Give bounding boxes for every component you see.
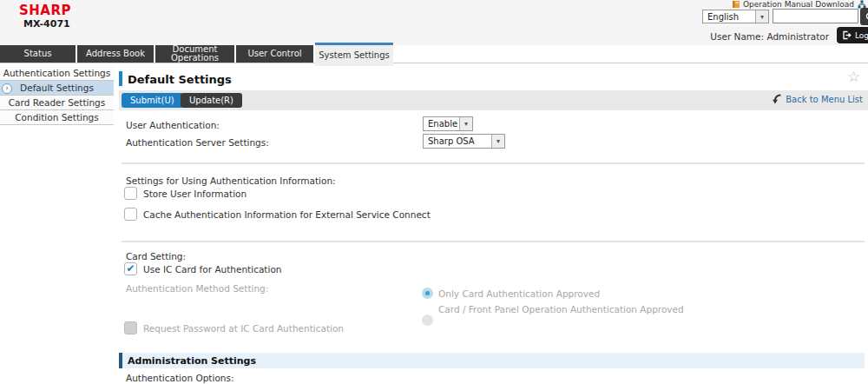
tab-system-settings[interactable]: System Settings	[315, 43, 393, 66]
admin-settings-heading: Administration Settings	[128, 355, 256, 367]
model-name: MX-4071	[23, 18, 70, 30]
card-front-panel-label: Card / Front Panel Operation Authenticat…	[438, 304, 684, 314]
sharp-logo: SHARP	[19, 3, 71, 18]
chevron-down-icon: ▾	[491, 135, 504, 148]
logout-icon	[842, 30, 852, 40]
auth-info-heading: Settings for Using Authentication Inform…	[126, 175, 336, 186]
operation-manual-label: Operation Manual Download	[743, 0, 854, 9]
chevron-down-icon: ▾	[755, 10, 768, 23]
user-authentication-value: Enable	[424, 119, 459, 129]
cache-auth-info-checkbox[interactable]	[124, 208, 137, 221]
sidebar-item-label: Condition Settings	[15, 112, 99, 122]
sidebar: Authentication Settings › Default Settin…	[0, 66, 114, 125]
back-to-menu-link[interactable]: Back to Menu List	[772, 94, 863, 104]
sidebar-item-condition-settings[interactable]: Condition Settings	[0, 110, 114, 125]
store-user-info-label: Store User Information	[143, 189, 247, 199]
use-ic-card-label: Use IC Card for Authentication	[143, 264, 281, 275]
card-front-panel-radio[interactable]	[422, 314, 433, 326]
chevron-down-icon: ▾	[459, 117, 472, 130]
sidebar-item-card-reader-settings[interactable]: Card Reader Settings	[0, 96, 114, 110]
auth-server-value: Sharp OSA	[424, 136, 491, 146]
page-title: Default Settings	[128, 73, 232, 86]
language-select[interactable]: English ▾	[702, 10, 769, 23]
top-links: Operation Manual Download Sitemap	[732, 0, 868, 9]
logout-label: Logout	[855, 31, 868, 40]
title-accent-bar	[119, 71, 122, 86]
tab-user-control[interactable]: User Control	[236, 45, 313, 63]
operation-manual-link[interactable]: Operation Manual Download	[732, 0, 854, 9]
cache-auth-info-label: Cache Authentication Information for Ext…	[143, 209, 431, 220]
tab-document-operations[interactable]: Document Operations	[155, 45, 234, 63]
search-input[interactable]	[773, 9, 858, 23]
update-button[interactable]: Update(R)	[181, 93, 242, 108]
back-to-menu-label: Back to Menu List	[786, 95, 863, 104]
request-password-label: Request Password at IC Card Authenticati…	[143, 323, 344, 334]
search-icon	[865, 12, 868, 22]
tab-baseline	[0, 63, 868, 63]
tab-status[interactable]: Status	[0, 45, 76, 63]
request-password-checkbox	[124, 321, 137, 334]
separator	[122, 241, 865, 242]
auth-server-select[interactable]: Sharp OSA ▾	[423, 134, 505, 149]
user-authentication-label: User Authentication:	[126, 120, 220, 130]
separator	[122, 162, 865, 164]
selected-arrow-icon: ›	[2, 83, 12, 94]
only-card-radio[interactable]	[422, 288, 433, 299]
sidebar-item-label: Default Settings	[20, 83, 94, 93]
store-user-info-checkbox[interactable]	[124, 187, 137, 200]
manual-book-icon	[732, 0, 740, 9]
language-selected: English	[703, 12, 755, 22]
toolbar: Submit(U) Update(R) Back to Menu List	[119, 90, 868, 110]
submit-button[interactable]: Submit(U)	[122, 93, 183, 108]
logout-button[interactable]: Logout	[837, 27, 868, 43]
user-authentication-select[interactable]: Enable ▾	[423, 116, 473, 131]
radio-dot	[425, 291, 430, 295]
back-arrow-icon	[772, 94, 782, 104]
sidebar-item-label: Authentication Settings	[3, 68, 110, 78]
authentication-options-label: Authentication Options:	[126, 373, 233, 383]
only-card-label: Only Card Authentication Approved	[438, 288, 600, 299]
check-icon: ✔	[125, 263, 136, 275]
auth-server-label: Authentication Server Settings:	[126, 137, 269, 148]
card-setting-heading: Card Setting:	[126, 251, 186, 262]
auth-method-label: Authentication Method Setting:	[126, 283, 268, 294]
sidebar-item-label: Card Reader Settings	[9, 97, 105, 108]
sidebar-item-default-settings[interactable]: › Default Settings	[0, 81, 114, 96]
admin-accent-bar	[119, 353, 122, 368]
user-name-label: User Name: Administrator	[677, 31, 829, 42]
sidebar-item-authentication-settings[interactable]: Authentication Settings	[0, 66, 114, 81]
use-ic-card-checkbox[interactable]: ✔	[124, 262, 137, 275]
search-button[interactable]	[860, 8, 868, 25]
favorite-star-icon[interactable]: ☆	[847, 68, 860, 85]
tab-address-book[interactable]: Address Book	[77, 45, 154, 63]
